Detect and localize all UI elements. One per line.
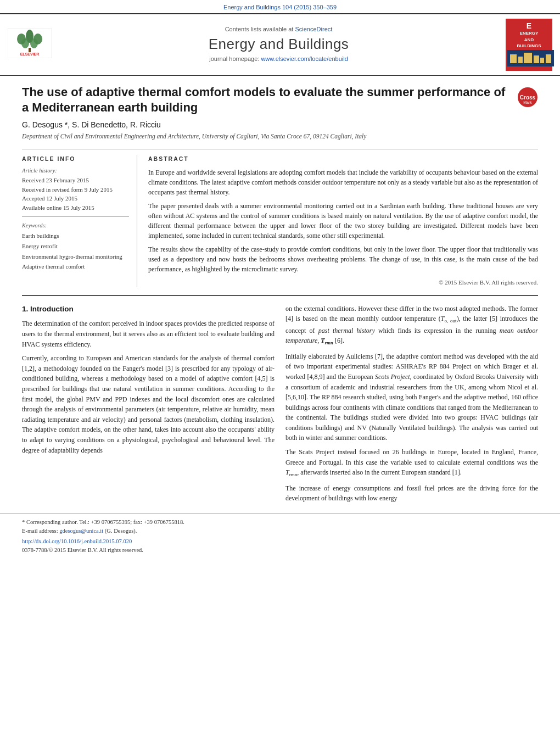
science-direct-text: Contents lists available at ScienceDirec… [57,25,500,34]
svg-rect-9 [510,54,517,63]
received-date: Received 23 February 2015 [22,176,129,185]
doi-link[interactable]: http://dx.doi.org/10.1016/j.enbuild.2015… [22,538,132,544]
accepted-date: Accepted 12 July 2015 [22,194,129,203]
main-content-divider [22,295,538,296]
journal-homepage: journal homepage: www.elsevier.com/locat… [57,55,500,64]
abstract-para-3: The results show the capability of the c… [148,244,538,274]
keyword-4: Adaptive thermal comfort [22,261,129,272]
article-title: The use of adaptive thermal comfort mode… [22,85,512,116]
body-right-para-4: The increase of energy consumptions and … [285,483,538,504]
svg-text:Mark: Mark [523,101,532,104]
footnote-doi: http://dx.doi.org/10.1016/j.enbuild.2015… [22,537,538,546]
article-title-block: The use of adaptive thermal comfort mode… [22,85,538,116]
svg-rect-11 [524,53,532,63]
svg-rect-6 [29,48,31,52]
abstract-column: ABSTRACT In Europe and worldwide several… [148,155,538,287]
abstract-title: ABSTRACT [148,155,538,163]
article-info-title: ARTICLE INFO [22,155,129,163]
svg-rect-13 [540,58,544,63]
footnote-issn: 0378-7788/© 2015 Elsevier B.V. All right… [22,546,538,555]
journal-logo: E ENERGY AND BUILDINGS [506,19,552,71]
email-link[interactable]: gdesogus@unica.it [59,528,103,534]
elsevier-logo: ELSEVIER [8,28,52,62]
keyword-3: Environmental hygro-thermal monitoring [22,252,129,262]
affiliation: Department of Civil and Environmental En… [22,132,538,141]
body-right-para-2: Initially elaborated by Auliciems [7], t… [285,352,538,443]
body-left-column: 1. Introduction The determination of the… [22,304,275,507]
info-divider [22,216,129,217]
journal-header: ELSEVIER Contents lists available at Sci… [0,13,560,76]
body-right-para-3: The Scats Project instead focused on 26 … [285,447,538,479]
svg-text:Cross: Cross [520,94,536,101]
abstract-para-1: In Europe and worldwide several legislat… [148,168,538,197]
body-left-text: The determination of the comfort perceiv… [22,319,275,455]
svg-point-4 [21,38,29,48]
journal-reference: Energy and Buildings 104 (2015) 350–359 [0,0,560,13]
available-online-date: Available online 15 July 2015 [22,203,129,213]
keywords-label: Keywords: [22,221,129,230]
svg-point-5 [30,38,38,48]
svg-text:ELSEVIER: ELSEVIER [20,52,40,56]
keyword-1: Earth buildings [22,231,129,241]
header-center: Contents lists available at ScienceDirec… [57,25,500,64]
body-right-para-1: on the external conditions. However thes… [285,304,538,348]
footnote-email: E-mail address: gdesogus@unica.it (G. De… [22,527,538,535]
copyright-notice: © 2015 Elsevier B.V. All rights reserved… [148,278,538,287]
science-direct-link[interactable]: ScienceDirect [295,26,332,32]
abstract-text: In Europe and worldwide several legislat… [148,168,538,274]
crossmark-badge[interactable]: Cross Mark [517,87,538,111]
body-right-text: on the external conditions. However thes… [285,304,538,504]
svg-rect-14 [546,54,551,63]
body-right-column: on the external conditions. However thes… [285,304,538,507]
body-left-para-1: The determination of the comfort perceiv… [22,319,275,349]
keyword-2: Energy retrofit [22,241,129,252]
article-area: The use of adaptive thermal comfort mode… [0,76,560,287]
article-info-column: ARTICLE INFO Article history: Received 2… [22,155,137,287]
abstract-para-2: The paper presented deals with a summer … [148,201,538,241]
homepage-link[interactable]: www.elsevier.com/locate/enbuild [261,55,348,62]
footnote-corresponding: * Corresponding author. Tel.: +39 070675… [22,518,538,527]
article-info-abstract-section: ARTICLE INFO Article history: Received 2… [22,149,538,287]
section-1-heading: 1. Introduction [22,304,275,315]
history-label: Article history: [22,166,129,175]
body-left-para-2: Currently, according to European and Ame… [22,353,275,455]
authors: G. Desogus *, S. Di Benedetto, R. Ricciu [22,119,538,130]
svg-rect-12 [534,55,539,63]
svg-rect-10 [518,57,523,63]
footnote-area: * Corresponding author. Tel.: +39 070675… [0,513,560,557]
keywords-list: Earth buildings Energy retrofit Environm… [22,231,129,272]
body-content: 1. Introduction The determination of the… [0,304,560,507]
journal-title: Energy and Buildings [57,34,500,55]
received-revised-date: Received in revised form 9 July 2015 [22,185,129,194]
